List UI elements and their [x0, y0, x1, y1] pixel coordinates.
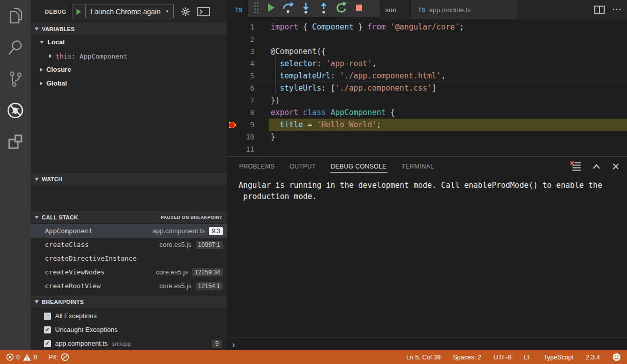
status-item[interactable]: 0 — [6, 353, 20, 361]
activity-bar-item-source-control[interactable] — [0, 64, 31, 96]
variables-scope-global[interactable]: Global — [31, 76, 227, 90]
code-token: 'Hello World' — [317, 120, 376, 129]
code-token — [271, 59, 280, 68]
step-out-button[interactable] — [318, 2, 330, 15]
status-item[interactable]: TypeScript — [543, 354, 573, 361]
panel-tab-bar: PROBLEMSOUTPUTDEBUG CONSOLETERMINAL — [239, 157, 434, 176]
line-number: 11 — [238, 143, 254, 155]
code-line[interactable]: 2 — [227, 33, 627, 45]
breakpoint-item[interactable]: ✓Uncaught Exceptions — [31, 323, 227, 337]
code-line[interactable]: 4 selector: 'app-root', — [227, 58, 627, 70]
call-stack-section-header[interactable]: CALL STACK PAUSED ON BREAKPOINT — [31, 211, 227, 223]
status-item[interactable]: Spaces: 2 — [453, 354, 482, 361]
checkbox-checked[interactable]: ✓ — [44, 340, 51, 347]
frame-location: core.es5.js12154:1 — [160, 282, 223, 290]
status-text: P4: — [48, 354, 58, 361]
line-content: import { Component } from '@angular/core… — [254, 21, 464, 33]
line-column-badge: 12154:1 — [196, 282, 223, 290]
tab-app-module-ts[interactable]: TS app.module.ts — [410, 0, 517, 19]
code-line[interactable]: 1import { Component } from '@angular/cor… — [227, 21, 627, 33]
code-line[interactable]: 7}) — [227, 94, 627, 106]
variable-entry: this: AppComponent — [56, 51, 127, 61]
gutter-glyph-margin[interactable] — [227, 106, 238, 119]
variables-section-header[interactable]: VARIABLES — [31, 23, 227, 35]
close-panel-icon[interactable] — [612, 162, 620, 171]
debug-config-dropdown[interactable]: Launch Chrome again — [86, 8, 165, 16]
status-item[interactable]: UTF-8 — [493, 354, 511, 361]
code-line[interactable]: 11 — [227, 143, 627, 155]
activity-bar-item-extensions[interactable] — [0, 127, 31, 159]
gutter-glyph-margin[interactable] — [227, 131, 238, 143]
status-item[interactable]: 2.3.4 — [586, 354, 600, 361]
frame-file: core.es5.js — [160, 282, 192, 290]
status-item[interactable] — [612, 353, 621, 361]
code-line[interactable]: 3@Component({ — [227, 45, 627, 58]
panel-tab-debug-console[interactable]: DEBUG CONSOLE — [330, 161, 387, 173]
panel-tab-output[interactable]: OUTPUT — [289, 161, 317, 172]
gutter-glyph-margin[interactable] — [227, 94, 238, 106]
open-debug-console-button[interactable] — [197, 7, 210, 16]
call-stack-frame[interactable]: createRootViewcore.es5.js12154:1 — [31, 279, 227, 293]
editor-area: TS son TS app.module.ts ··· 1import { Co… — [227, 0, 627, 156]
frame-name: createViewNodes — [45, 268, 104, 276]
gutter-glyph-margin[interactable] — [227, 58, 238, 70]
continue-button[interactable] — [265, 2, 276, 15]
breakpoint-item[interactable]: All Exceptions — [31, 309, 227, 323]
code-line[interactable]: 9 title = 'Hello World'; — [227, 119, 627, 131]
call-stack-frame[interactable]: AppComponentapp.component.ts9:3 — [31, 224, 227, 238]
status-item[interactable]: Ln 5, Col 39 — [406, 354, 440, 361]
start-debug-button[interactable] — [72, 5, 86, 18]
step-into-button[interactable] — [300, 2, 312, 15]
variables-scope-closure[interactable]: Closure — [31, 63, 227, 76]
variable-this[interactable]: this: AppComponent — [31, 49, 227, 63]
gutter-glyph-margin[interactable] — [227, 33, 238, 45]
chevron-down-icon[interactable]: ▼ — [165, 9, 173, 14]
breakpoint-item[interactable]: ✓app.component.tssrc\app9 — [31, 337, 227, 350]
checkbox-checked[interactable]: ✓ — [44, 326, 51, 333]
gutter-glyph-margin[interactable] — [227, 70, 238, 82]
debug-toolbar — [248, 0, 380, 17]
line-content: title = 'Hello World'; — [254, 119, 381, 131]
panel-tab-terminal[interactable]: TERMINAL — [401, 161, 435, 172]
line-number: 7 — [238, 94, 254, 106]
call-stack-frame[interactable]: createViewNodescore.es5.js12259:34 — [31, 265, 227, 279]
activity-bar-item-debug[interactable] — [0, 96, 31, 127]
variables-scope-local[interactable]: Local — [31, 35, 227, 49]
gutter-glyph-margin[interactable] — [227, 45, 238, 58]
more-actions-icon[interactable]: ··· — [612, 5, 622, 14]
gutter-glyph-margin[interactable] — [227, 21, 238, 33]
status-item[interactable]: P4: — [48, 353, 69, 361]
checkbox-unchecked[interactable] — [44, 313, 51, 320]
activity-bar-item-search[interactable] — [0, 33, 31, 64]
gutter-glyph-margin[interactable] — [227, 82, 238, 94]
status-item[interactable]: LF — [524, 354, 532, 361]
code-token: AppComponent — [330, 108, 385, 117]
configure-gear-button[interactable] — [180, 7, 191, 17]
debug-console-input[interactable]: › — [227, 338, 627, 350]
watch-section-header[interactable]: WATCH — [31, 173, 227, 185]
split-editor-icon[interactable] — [594, 5, 605, 14]
call-stack-frame[interactable]: createClasscore.es5.js10997:1 — [31, 238, 227, 251]
gutter-glyph-margin[interactable] — [227, 143, 238, 155]
code-editor[interactable]: 1import { Component } from '@angular/cor… — [227, 19, 627, 156]
step-over-button[interactable] — [282, 2, 294, 15]
line-number: 9 — [238, 119, 254, 131]
restart-button[interactable] — [335, 2, 348, 15]
activity-bar-item-files[interactable] — [0, 1, 31, 33]
code-line[interactable]: 10} — [227, 131, 627, 143]
debug-sidebar: DEBUG Launch Chrome again ▼ VARIABLES Lo… — [31, 0, 227, 350]
code-line[interactable]: 5 templateUrl: './app.component.html', — [227, 70, 627, 82]
code-line[interactable]: 8export class AppComponent { — [227, 106, 627, 119]
panel-tab-problems[interactable]: PROBLEMS — [239, 161, 275, 172]
maximize-panel-icon[interactable] — [591, 162, 602, 171]
line-content: }) — [254, 94, 280, 106]
call-stack-frame[interactable]: createDirectiveInstance — [31, 251, 227, 265]
code-token: ; — [377, 120, 381, 129]
line-number: 2 — [238, 33, 254, 45]
status-item[interactable]: 0 — [23, 354, 37, 361]
breakpoint-current-line-icon[interactable] — [227, 119, 238, 131]
code-line[interactable]: 6 styleUrls: ['./app.component.css'] — [227, 82, 627, 94]
clear-console-icon[interactable] — [570, 161, 581, 172]
stop-button[interactable] — [353, 2, 364, 15]
breakpoints-section-header[interactable]: BREAKPOINTS — [31, 296, 227, 307]
